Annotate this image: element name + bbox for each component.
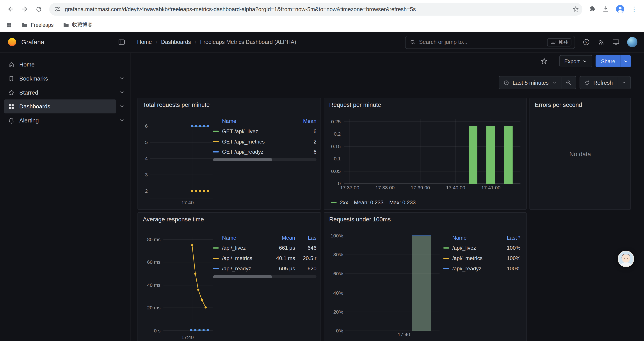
scrollbar-thumb[interactable] [213, 158, 272, 161]
series-name: GET /api/_readyz [222, 149, 294, 155]
panel-title[interactable]: Requests under 100ms [329, 216, 391, 223]
breadcrumb-dashboards[interactable]: Dashboards [161, 39, 191, 45]
bookmark-star-icon[interactable] [572, 6, 579, 13]
legend-row[interactable]: /api/_metrics 40.1 ms 20.5 r [213, 253, 316, 263]
favorite-star-icon[interactable] [540, 58, 548, 65]
back-icon[interactable] [4, 3, 17, 16]
search-input[interactable] [419, 39, 544, 45]
svg-text:2: 2 [145, 188, 148, 194]
series-mean: 661 µs [266, 245, 295, 251]
legend-row[interactable]: /api/_livez 661 µs 646 [213, 243, 316, 253]
breadcrumb: Home › Dashboards › Freeleaps Metrics Da… [137, 39, 398, 45]
clock-icon [503, 80, 510, 86]
chevron-down-icon[interactable] [116, 118, 128, 123]
legend-row[interactable]: GET /api/_readyz 6 [213, 147, 316, 157]
series-swatch [213, 247, 219, 249]
site-info-icon[interactable] [54, 6, 61, 12]
legend-header-mean[interactable]: Mean [266, 234, 295, 240]
dock-sidebar-icon[interactable] [118, 38, 126, 46]
rss-icon[interactable] [598, 39, 604, 46]
sidebar-item-alerting[interactable]: Alerting [4, 113, 128, 128]
panel-title[interactable]: Errors per second [535, 102, 582, 108]
series-last: 620 [295, 265, 316, 272]
panel-total-requests-per-minute: Total requests per minute 6543217:40 Nam… [138, 98, 321, 210]
sidebar-item-starred[interactable]: Starred [4, 85, 128, 99]
legend-header-name[interactable]: Name [443, 234, 496, 240]
legend-row[interactable]: GET /api/_metrics 2 [213, 137, 316, 147]
series-mean: 6 [294, 149, 316, 155]
zoom-out-button[interactable] [561, 76, 576, 89]
bar-chart[interactable]: 0.250.20.150.10.05017:37:0017:38:0017:39… [324, 98, 526, 210]
browser-menu-icon[interactable]: ⋮ [631, 5, 638, 13]
apps-grid-icon[interactable] [6, 22, 12, 28]
time-range-button[interactable]: Last 5 minutes [499, 76, 561, 89]
series-swatch [213, 258, 219, 259]
series-name[interactable]: 2xx [340, 199, 348, 205]
url-text[interactable]: grafana.mathmast.com/d/deytv4rwavabkb/fr… [65, 6, 568, 12]
refresh-icon [584, 80, 590, 86]
svg-text:17:40: 17:40 [182, 200, 194, 205]
scrollbar-thumb[interactable] [213, 275, 272, 278]
series-swatch [331, 202, 336, 203]
legend-row[interactable]: /api/_metrics 100% [443, 253, 520, 263]
svg-text:40 ms: 40 ms [147, 282, 160, 288]
bookmark-label: 收藏博客 [72, 21, 93, 28]
legend-header-mean[interactable]: Mean [294, 118, 316, 124]
user-avatar[interactable] [627, 37, 638, 47]
panel-title[interactable]: Request per minute [329, 102, 381, 108]
refresh-button[interactable]: Refresh [579, 76, 617, 89]
svg-text:4: 4 [145, 156, 148, 161]
legend-row[interactable]: /api/_livez 100% [443, 243, 520, 253]
chevron-down-icon [552, 80, 557, 85]
grafana-app: Grafana Home › Dashboards › Freeleaps Me… [0, 32, 644, 341]
bookmark-item[interactable]: 收藏博客 [63, 21, 93, 28]
reload-icon[interactable] [32, 3, 45, 16]
legend-row[interactable]: /api/_readyz 605 µs 620 [213, 263, 316, 274]
download-icon[interactable] [602, 5, 610, 13]
zoom-out-icon [566, 80, 572, 86]
legend-header-last[interactable]: Las [295, 234, 316, 240]
grafana-logo[interactable] [8, 37, 17, 47]
help-icon[interactable] [582, 38, 590, 46]
export-button[interactable]: Export [560, 55, 592, 67]
breadcrumb-home[interactable]: Home [137, 39, 152, 45]
keyboard-icon [550, 40, 556, 45]
monitor-icon[interactable] [612, 38, 620, 46]
sidebar-item-home[interactable]: Home [4, 58, 128, 72]
sidebar-item-bookmarks[interactable]: Bookmarks [4, 72, 128, 86]
search-box[interactable]: ⌘+k [405, 36, 575, 49]
profile-icon[interactable] [615, 4, 625, 14]
legend-header-name[interactable]: Name [213, 234, 266, 240]
panel-requests-under-100ms: Requests under 100ms 100%80%60%40%20%0%1… [324, 212, 526, 341]
chevron-down-icon [624, 59, 628, 64]
share-button[interactable]: Share [596, 55, 621, 67]
assistant-avatar[interactable] [618, 251, 634, 267]
panel-title[interactable]: Total requests per minute [143, 102, 210, 108]
legend-row[interactable]: GET /api/_livez 6 [213, 126, 316, 137]
chevron-down-icon[interactable] [116, 104, 128, 109]
series-name: GET /api/_metrics [222, 138, 294, 145]
refresh-interval-button[interactable] [617, 76, 631, 89]
chevron-down-icon[interactable] [116, 90, 128, 95]
bookmark-item[interactable]: Freeleaps [21, 22, 54, 28]
legend-header-name[interactable]: Name [213, 118, 294, 124]
svg-text:20%: 20% [333, 309, 343, 315]
forward-icon[interactable] [18, 3, 31, 16]
legend-scrollbar[interactable] [213, 158, 316, 161]
address-bar[interactable]: grafana.mathmast.com/d/deytv4rwavabkb/fr… [49, 3, 582, 15]
legend-header-last[interactable]: Last * [496, 234, 520, 240]
chevron-down-icon [582, 59, 588, 64]
extensions-icon[interactable] [589, 5, 596, 13]
alerting-icon [8, 117, 15, 124]
chevron-down-icon[interactable] [116, 76, 128, 81]
legend-row[interactable]: /api/_readyz 100% [443, 263, 520, 274]
series-swatch [443, 247, 449, 249]
sidebar-item-dashboards[interactable]: Dashboards [4, 99, 128, 113]
panel-title[interactable]: Average response time [143, 216, 204, 223]
bookmarks-icon [8, 75, 15, 82]
legend-scrollbar[interactable] [213, 275, 316, 278]
series-mean: 6 [294, 128, 316, 134]
svg-text:0 s: 0 s [154, 328, 160, 333]
dashboards-icon [8, 103, 15, 110]
share-menu-button[interactable] [620, 55, 631, 67]
